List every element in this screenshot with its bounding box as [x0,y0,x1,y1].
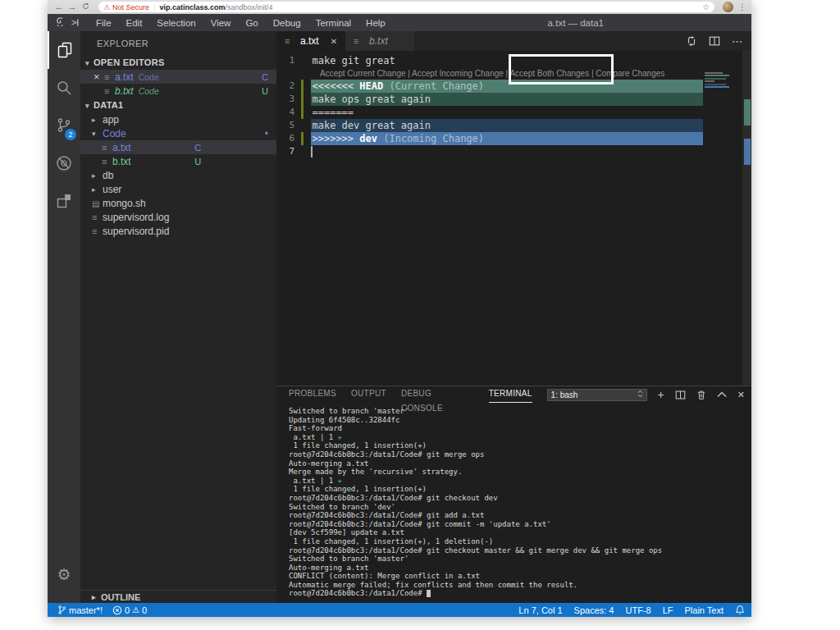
close-panel-icon[interactable]: ✕ [737,390,745,399]
settings-gear-icon[interactable]: ⚙ [48,555,80,593]
menu-item[interactable]: Selection [149,18,203,28]
tree-item[interactable]: a.txt C • [80,140,276,154]
menu-item[interactable]: Help [358,18,393,28]
chevron-icon [92,130,103,138]
tree-item-label: supervisord.pid [103,226,169,237]
code-text: make git great [311,54,703,67]
git-status-badge: U [262,86,268,96]
tree-item[interactable]: db • [80,168,276,182]
terminal-line: root@7d204c6b0bc3:/data1/Code# git add a… [289,511,751,520]
more-actions-icon[interactable]: ⋯ [732,35,743,48]
debug-icon[interactable] [48,144,80,182]
editor-tabs: a.txt ✕ b.txt ✕ [276,31,414,51]
browser-profile-avatar[interactable] [723,2,733,12]
warning-count: 0 [142,605,147,615]
open-editor-label: b.txt [115,85,134,97]
terminal-line: Auto-merging a.txt [289,459,751,468]
menu-item[interactable]: Terminal [308,18,358,28]
split-terminal-icon[interactable] [675,390,686,400]
tree-item-label: mongo.sh [103,198,146,209]
terminal-line: a.txt | 1 + [289,433,751,442]
source-control-icon[interactable]: 2 [48,107,80,144]
terminal-line: Auto-merging a.txt [289,564,751,573]
browser-toolbar: ← → ⚠ Not Secure | vip.catinclass.com /s… [48,0,751,14]
editor-tabbar: a.txt ✕ b.txt ✕ [276,31,751,51]
new-terminal-icon[interactable]: + [658,390,664,399]
browser-window: ← → ⚠ Not Secure | vip.catinclass.com /s… [48,0,751,617]
notifications-bell-icon[interactable] [735,605,745,615]
minimap-line [705,86,729,88]
tree-item[interactable]: mongo.sh • [80,196,276,210]
open-editor-row[interactable]: ✕ a.txt Code C [80,70,276,84]
language-mode[interactable]: Plain Text [685,605,724,615]
terminal-line: Automatic merge failed; fix conflicts an… [289,581,751,590]
bookmark-star-icon[interactable]: ☆ [702,2,710,11]
encoding-setting[interactable]: UTF-8 [625,605,651,615]
panel-tab[interactable]: OUTPUT [351,386,386,403]
file-tree: app • Code • [80,112,276,238]
address-bar[interactable]: ⚠ Not Secure | vip.catinclass.com /sandb… [98,2,714,12]
file-icon [92,226,103,236]
menu-item[interactable]: Go [238,18,265,28]
menu-item[interactable]: Edit [119,18,150,28]
problems-status[interactable]: 0 ⚠ 0 [112,605,147,615]
code-editor[interactable]: 1 make git great Accept Current Change |… [276,51,751,386]
tree-item[interactable]: b.txt U • [80,154,276,168]
maximize-panel-chevron-icon[interactable] [717,391,727,398]
search-icon[interactable] [48,69,80,107]
eol-setting[interactable]: LF [663,605,673,615]
line-number: 3 [276,93,301,106]
explorer-sidebar: EXPLORER ▾OPEN EDITORS ✕ a.txt Code C ✕ [80,31,276,603]
minimap-line [705,78,726,80]
open-changes-icon[interactable] [686,35,697,47]
back-icon[interactable]: ← [52,0,66,14]
code-line[interactable]: 4 ======= [276,106,751,119]
app-logo-icon [54,16,80,29]
indentation-setting[interactable]: Spaces: 4 [574,605,614,615]
forward-icon[interactable]: → [66,0,79,14]
browser-menu-icon[interactable]: ⋮ [738,2,746,11]
code-line[interactable]: 3 make ops great again [276,93,751,106]
split-editor-icon[interactable] [709,35,720,47]
panel-tab[interactable]: DEBUG CONSOLE [401,386,474,403]
explorer-icon[interactable] [48,31,80,69]
close-editor-icon[interactable]: ✕ [94,73,104,81]
menu-item[interactable]: File [89,18,119,28]
editor-tab[interactable]: b.txt ✕ [345,31,414,51]
open-editors-list: ✕ a.txt Code C ✕ b.txt Code U [80,70,276,98]
refresh-icon[interactable] [79,0,92,14]
minimap[interactable] [703,71,742,89]
tree-item-label: supervisord.log [103,212,169,223]
kill-terminal-trash-icon[interactable] [696,390,706,400]
open-editors-header[interactable]: ▾OPEN EDITORS [80,55,276,70]
code-line[interactable]: 7 [276,145,751,158]
tree-item[interactable]: Code • [80,126,276,140]
outline-header[interactable]: ▸OUTLINE [80,590,276,603]
tree-item[interactable]: supervisord.pid • [80,224,276,238]
tree-item[interactable]: supervisord.log • [80,210,276,224]
cursor-position[interactable]: Ln 7, Col 1 [518,605,562,615]
terminal-select[interactable]: 1: bash [547,389,647,401]
editor-tab[interactable]: a.txt ✕ [276,31,345,51]
open-editor-label: a.txt [115,71,134,83]
workspace-header[interactable]: ▾DATA1 [80,98,276,112]
panel-tab[interactable]: TERMINAL [489,386,532,403]
extensions-icon[interactable] [48,182,80,220]
tree-item[interactable]: app • [80,112,276,126]
open-editor-row[interactable]: ✕ b.txt Code U [80,84,276,98]
tree-item[interactable]: user • [80,182,276,196]
terminal-line: [dev 5cf599e] update a.txt [289,528,751,537]
scrollbar-overview-ruler[interactable] [742,51,751,386]
line-number: 2 [276,80,301,93]
menu-item[interactable]: View [203,18,239,28]
tab-label: a.txt [300,35,319,47]
git-branch-status[interactable]: master*! [57,605,103,615]
file-icon [102,157,112,167]
code-line[interactable]: 5 make dev great again [276,119,751,132]
panel-tab[interactable]: PROBLEMS [289,386,336,403]
code-line[interactable]: 6 >>>>>>> dev (Incoming Change) [276,132,751,145]
close-tab-icon[interactable]: ✕ [331,37,337,46]
menu-item[interactable]: Debug [266,18,308,28]
terminal-line: root@7d204c6b0bc3:/data1/Code# git commi… [289,520,751,529]
terminal[interactable]: Switched to branch 'master'Updating 6f45… [276,403,751,603]
